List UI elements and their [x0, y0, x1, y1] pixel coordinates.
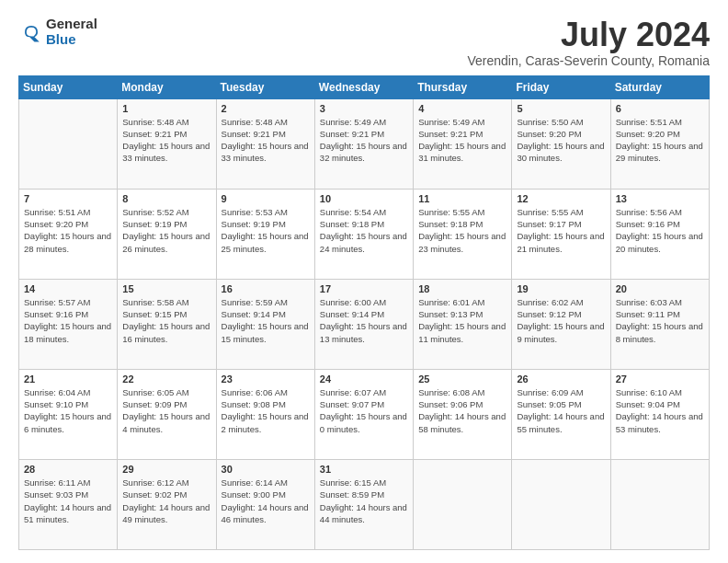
day-number: 15	[122, 283, 210, 294]
table-row: 1 Sunrise: 5:48 AMSunset: 9:21 PMDayligh…	[118, 98, 216, 189]
day-info: Sunrise: 5:58 AMSunset: 9:15 PMDaylight:…	[122, 296, 210, 345]
table-row: 4 Sunrise: 5:49 AMSunset: 9:21 PMDayligh…	[414, 98, 512, 189]
header-saturday: Saturday	[610, 75, 709, 98]
table-row: 29 Sunrise: 6:12 AMSunset: 9:02 PMDaylig…	[118, 459, 216, 549]
table-row: 22 Sunrise: 6:05 AMSunset: 9:09 PMDaylig…	[118, 369, 216, 459]
table-row: 8 Sunrise: 5:52 AMSunset: 9:19 PMDayligh…	[118, 189, 216, 279]
day-info: Sunrise: 6:00 AMSunset: 9:14 PMDaylight:…	[320, 296, 408, 345]
day-number: 24	[320, 373, 408, 385]
header-wednesday: Wednesday	[314, 75, 413, 98]
day-number: 20	[616, 283, 704, 294]
day-number: 21	[24, 373, 112, 385]
day-number: 9	[222, 193, 310, 204]
logo-general-text: General	[46, 17, 97, 32]
day-info: Sunrise: 5:51 AMSunset: 9:20 PMDaylight:…	[616, 116, 704, 165]
day-info: Sunrise: 6:02 AMSunset: 9:12 PMDaylight:…	[517, 296, 605, 345]
day-info: Sunrise: 6:01 AMSunset: 9:13 PMDaylight:…	[418, 296, 506, 345]
table-row: 15 Sunrise: 5:58 AMSunset: 9:15 PMDaylig…	[118, 279, 216, 369]
day-info: Sunrise: 5:52 AMSunset: 9:19 PMDaylight:…	[122, 206, 210, 255]
day-info: Sunrise: 5:59 AMSunset: 9:14 PMDaylight:…	[222, 296, 310, 345]
day-info: Sunrise: 6:14 AMSunset: 9:00 PMDaylight:…	[222, 477, 310, 525]
day-number: 14	[24, 283, 112, 294]
day-number: 13	[616, 193, 704, 204]
day-info: Sunrise: 6:04 AMSunset: 9:10 PMDaylight:…	[24, 386, 112, 435]
table-row: 27 Sunrise: 6:10 AMSunset: 9:04 PMDaylig…	[610, 369, 709, 459]
day-info: Sunrise: 6:05 AMSunset: 9:09 PMDaylight:…	[122, 386, 210, 435]
day-number: 29	[122, 464, 210, 475]
table-row: 14 Sunrise: 5:57 AMSunset: 9:16 PMDaylig…	[19, 279, 118, 369]
page: General Blue July 2024 Verendin, Caras-S…	[0, 0, 728, 563]
header-sunday: Sunday	[19, 75, 118, 98]
table-row: 25 Sunrise: 6:08 AMSunset: 9:06 PMDaylig…	[414, 369, 512, 459]
calendar-week-2: 7 Sunrise: 5:51 AMSunset: 9:20 PMDayligh…	[19, 189, 710, 279]
day-number: 1	[122, 103, 210, 114]
day-number: 30	[222, 464, 310, 475]
day-info: Sunrise: 6:11 AMSunset: 9:03 PMDaylight:…	[24, 477, 112, 525]
calendar-week-4: 21 Sunrise: 6:04 AMSunset: 9:10 PMDaylig…	[19, 369, 710, 459]
day-number: 3	[320, 103, 408, 114]
table-row: 2 Sunrise: 5:48 AMSunset: 9:21 PMDayligh…	[216, 98, 314, 189]
header-monday: Monday	[118, 75, 216, 98]
day-info: Sunrise: 5:55 AMSunset: 9:17 PMDaylight:…	[517, 206, 605, 255]
day-number: 31	[320, 464, 408, 475]
table-row: 13 Sunrise: 5:56 AMSunset: 9:16 PMDaylig…	[610, 189, 709, 279]
day-info: Sunrise: 6:10 AMSunset: 9:04 PMDaylight:…	[616, 386, 704, 435]
header-tuesday: Tuesday	[216, 75, 314, 98]
table-row: 9 Sunrise: 5:53 AMSunset: 9:19 PMDayligh…	[216, 189, 314, 279]
day-number: 18	[418, 283, 506, 294]
day-info: Sunrise: 5:51 AMSunset: 9:20 PMDaylight:…	[24, 206, 112, 255]
header-friday: Friday	[512, 75, 610, 98]
day-info: Sunrise: 6:08 AMSunset: 9:06 PMDaylight:…	[418, 386, 506, 435]
table-row	[414, 459, 512, 549]
day-number: 2	[222, 103, 310, 114]
day-number: 6	[616, 103, 704, 114]
table-row: 30 Sunrise: 6:14 AMSunset: 9:00 PMDaylig…	[216, 459, 314, 549]
day-number: 22	[122, 373, 210, 385]
day-number: 28	[24, 464, 112, 475]
day-info: Sunrise: 6:09 AMSunset: 9:05 PMDaylight:…	[517, 386, 605, 435]
day-number: 7	[24, 193, 112, 204]
day-info: Sunrise: 5:50 AMSunset: 9:20 PMDaylight:…	[517, 116, 605, 165]
day-info: Sunrise: 6:03 AMSunset: 9:11 PMDaylight:…	[616, 296, 704, 345]
table-row: 24 Sunrise: 6:07 AMSunset: 9:07 PMDaylig…	[314, 369, 413, 459]
day-number: 5	[517, 103, 605, 114]
table-row: 5 Sunrise: 5:50 AMSunset: 9:20 PMDayligh…	[512, 98, 610, 189]
table-row: 23 Sunrise: 6:06 AMSunset: 9:08 PMDaylig…	[216, 369, 314, 459]
table-row: 19 Sunrise: 6:02 AMSunset: 9:12 PMDaylig…	[512, 279, 610, 369]
day-number: 19	[517, 283, 605, 294]
table-row: 10 Sunrise: 5:54 AMSunset: 9:18 PMDaylig…	[314, 189, 413, 279]
subtitle: Verendin, Caras-Severin County, Romania	[467, 53, 710, 68]
day-number: 26	[517, 373, 605, 385]
day-number: 23	[222, 373, 310, 385]
table-row: 17 Sunrise: 6:00 AMSunset: 9:14 PMDaylig…	[314, 279, 413, 369]
table-row: 31 Sunrise: 6:15 AMSunset: 8:59 PMDaylig…	[314, 459, 413, 549]
table-row: 26 Sunrise: 6:09 AMSunset: 9:05 PMDaylig…	[512, 369, 610, 459]
table-row: 20 Sunrise: 6:03 AMSunset: 9:11 PMDaylig…	[610, 279, 709, 369]
logo: General Blue	[18, 17, 97, 47]
day-info: Sunrise: 5:54 AMSunset: 9:18 PMDaylight:…	[320, 206, 408, 255]
table-row: 3 Sunrise: 5:49 AMSunset: 9:21 PMDayligh…	[314, 98, 413, 189]
table-row	[19, 98, 118, 189]
table-row: 18 Sunrise: 6:01 AMSunset: 9:13 PMDaylig…	[414, 279, 512, 369]
day-number: 27	[616, 373, 704, 385]
day-info: Sunrise: 5:55 AMSunset: 9:18 PMDaylight:…	[418, 206, 506, 255]
calendar-header-row: Sunday Monday Tuesday Wednesday Thursday…	[19, 75, 710, 98]
day-info: Sunrise: 5:57 AMSunset: 9:16 PMDaylight:…	[24, 296, 112, 345]
month-title: July 2024	[467, 17, 710, 53]
header-thursday: Thursday	[414, 75, 512, 98]
table-row: 6 Sunrise: 5:51 AMSunset: 9:20 PMDayligh…	[610, 98, 709, 189]
day-number: 16	[222, 283, 310, 294]
calendar-week-1: 1 Sunrise: 5:48 AMSunset: 9:21 PMDayligh…	[19, 98, 710, 189]
calendar-week-5: 28 Sunrise: 6:11 AMSunset: 9:03 PMDaylig…	[19, 459, 710, 549]
day-info: Sunrise: 5:53 AMSunset: 9:19 PMDaylight:…	[222, 206, 310, 255]
day-info: Sunrise: 5:48 AMSunset: 9:21 PMDaylight:…	[122, 116, 210, 165]
day-info: Sunrise: 6:07 AMSunset: 9:07 PMDaylight:…	[320, 386, 408, 435]
day-info: Sunrise: 6:06 AMSunset: 9:08 PMDaylight:…	[222, 386, 310, 435]
logo-text: General Blue	[46, 17, 97, 47]
day-number: 8	[122, 193, 210, 204]
day-number: 25	[418, 373, 506, 385]
table-row: 11 Sunrise: 5:55 AMSunset: 9:18 PMDaylig…	[414, 189, 512, 279]
table-row: 28 Sunrise: 6:11 AMSunset: 9:03 PMDaylig…	[19, 459, 118, 549]
table-row	[512, 459, 610, 549]
calendar-table: Sunday Monday Tuesday Wednesday Thursday…	[18, 75, 710, 550]
